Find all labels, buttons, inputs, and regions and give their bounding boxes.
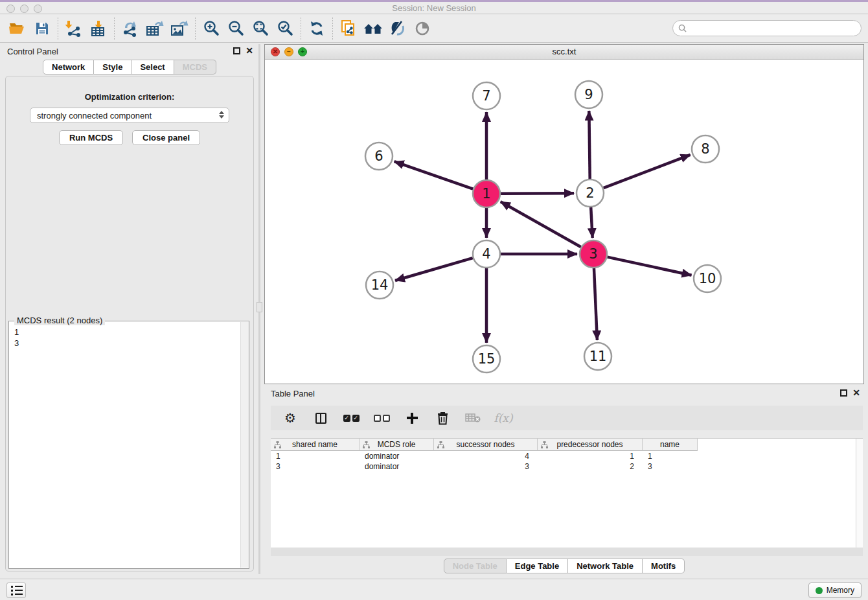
table-cell[interactable]: dominator <box>360 461 434 472</box>
table-rows: 1dominator4113dominator323 <box>271 451 863 472</box>
network-edge[interactable] <box>594 268 597 340</box>
memory-label: Memory <box>827 586 854 595</box>
network-edge[interactable] <box>395 258 473 281</box>
export-image-icon[interactable] <box>167 17 192 40</box>
mcds-result-list[interactable]: 13 <box>9 324 240 568</box>
network-canvas[interactable]: 7968124314101511 <box>265 60 863 384</box>
close-panel-button[interactable]: Close panel <box>132 130 200 145</box>
table-cell[interactable]: 3 <box>271 461 360 472</box>
column-header-shared-name[interactable]: shared name <box>271 439 360 451</box>
table-row[interactable]: 3dominator323 <box>271 461 863 472</box>
table-settings-icon[interactable]: ⚙ <box>282 410 298 426</box>
apply-function-icon[interactable]: f(x) <box>496 410 511 426</box>
split-columns-icon[interactable] <box>313 410 328 426</box>
table-scrollbar[interactable] <box>856 439 863 548</box>
zoom-fit-icon[interactable] <box>248 17 273 40</box>
table-cell[interactable]: 3 <box>643 461 698 472</box>
float-panel-icon[interactable] <box>233 47 240 54</box>
tab-style[interactable]: Style <box>94 60 131 75</box>
export-table-icon[interactable] <box>143 17 167 40</box>
network-window-titlebar[interactable]: ✕ − + scc.txt <box>265 45 863 60</box>
deselect-all-icon[interactable] <box>374 410 389 426</box>
network-node-label: 10 <box>699 271 716 286</box>
column-header-predecessor-nodes[interactable]: predecessor nodes <box>538 439 643 451</box>
save-session-icon[interactable] <box>30 17 54 40</box>
network-edge[interactable] <box>604 155 691 188</box>
status-bar: Memory <box>0 579 868 600</box>
splitter-grip[interactable] <box>257 302 262 312</box>
zoom-in-icon[interactable] <box>199 17 223 40</box>
search-field[interactable] <box>672 20 862 36</box>
table-cell[interactable]: 3 <box>434 461 538 472</box>
table-row[interactable]: 1dominator411 <box>271 451 863 461</box>
column-header-successor-nodes[interactable]: successor nodes <box>434 439 538 451</box>
show-network-overview-icon[interactable] <box>410 17 435 40</box>
mcds-result-item: 1 <box>14 327 234 338</box>
network-edge[interactable] <box>608 257 692 275</box>
import-network-icon[interactable] <box>62 17 86 40</box>
table-cell[interactable]: 2 <box>538 461 643 472</box>
zoom-selected-icon[interactable] <box>273 17 297 40</box>
network-node-label: 8 <box>701 141 709 157</box>
table-cell[interactable]: 1 <box>643 451 698 461</box>
network-edge[interactable] <box>589 111 589 179</box>
table-tab-network-table[interactable]: Network Table <box>568 559 643 573</box>
home-view-icon[interactable] <box>361 17 385 40</box>
search-input[interactable] <box>687 24 861 33</box>
network-node-label: 7 <box>482 88 490 104</box>
mcds-result-scrollbar[interactable] <box>240 322 249 568</box>
column-header-name[interactable]: name <box>643 439 698 451</box>
table-tab-motifs[interactable]: Motifs <box>643 559 685 573</box>
network-node-label: 6 <box>374 148 383 164</box>
network-window-title: scc.txt <box>265 45 863 56</box>
panel-splitter[interactable] <box>258 44 260 574</box>
run-mcds-button[interactable]: Run MCDS <box>59 130 123 145</box>
network-edge[interactable] <box>501 193 574 194</box>
memory-button[interactable]: Memory <box>808 583 862 598</box>
close-table-panel-icon[interactable]: ✕ <box>852 389 860 397</box>
table-cell[interactable]: dominator <box>360 451 434 461</box>
search-icon <box>678 24 687 32</box>
float-table-panel-icon[interactable] <box>840 389 847 397</box>
refresh-icon[interactable] <box>304 17 329 40</box>
select-all-icon[interactable]: ✓✓ <box>343 410 359 426</box>
column-header-MCDS-role[interactable]: MCDS role <box>360 439 434 451</box>
duplicate-network-icon[interactable] <box>336 17 361 40</box>
delete-table-icon[interactable] <box>465 410 481 426</box>
chevron-updown-icon <box>219 111 224 119</box>
add-column-icon[interactable] <box>404 410 420 426</box>
close-frame-button[interactable]: ✕ <box>271 47 280 56</box>
table-panel-header: Table Panel ✕ <box>264 386 864 402</box>
table-cell[interactable]: 1 <box>538 451 643 461</box>
close-panel-icon[interactable]: ✕ <box>246 47 253 54</box>
tab-select[interactable]: Select <box>131 60 174 75</box>
network-node-label: 14 <box>371 277 389 293</box>
tab-mcds[interactable]: MCDS <box>174 60 216 75</box>
network-node-label: 4 <box>482 246 490 262</box>
table-cell[interactable]: 4 <box>434 451 538 461</box>
mcds-tab-content: Optimization criterion: strongly connect… <box>5 76 254 571</box>
task-history-icon[interactable] <box>6 583 26 598</box>
network-edge[interactable] <box>591 207 593 238</box>
control-panel-title: Control Panel <box>7 47 58 56</box>
criterion-select[interactable]: strongly connected component <box>30 108 229 123</box>
control-panel-tabs: NetworkStyleSelectMCDS <box>2 60 257 75</box>
table-tab-edge-table[interactable]: Edge Table <box>507 559 568 573</box>
open-session-icon[interactable] <box>5 17 30 40</box>
delete-column-icon[interactable] <box>435 410 450 426</box>
network-node-label: 9 <box>584 87 593 102</box>
network-edge[interactable] <box>501 202 581 247</box>
tab-network[interactable]: Network <box>43 60 94 75</box>
toggle-graphics-details-icon[interactable] <box>385 17 410 40</box>
toolbar-divider <box>58 17 58 40</box>
minimize-frame-button[interactable]: − <box>284 47 293 56</box>
table-tab-node-table[interactable]: Node Table <box>444 559 507 573</box>
criterion-selected-value: strongly connected component <box>37 111 152 121</box>
network-graph[interactable]: 7968124314101511 <box>265 60 863 384</box>
maximize-frame-button[interactable]: + <box>298 47 307 56</box>
export-network-icon[interactable] <box>118 17 143 40</box>
table-cell[interactable]: 1 <box>271 451 360 461</box>
zoom-out-icon[interactable] <box>223 17 248 40</box>
import-table-icon[interactable] <box>86 17 111 40</box>
network-edge[interactable] <box>394 161 474 189</box>
